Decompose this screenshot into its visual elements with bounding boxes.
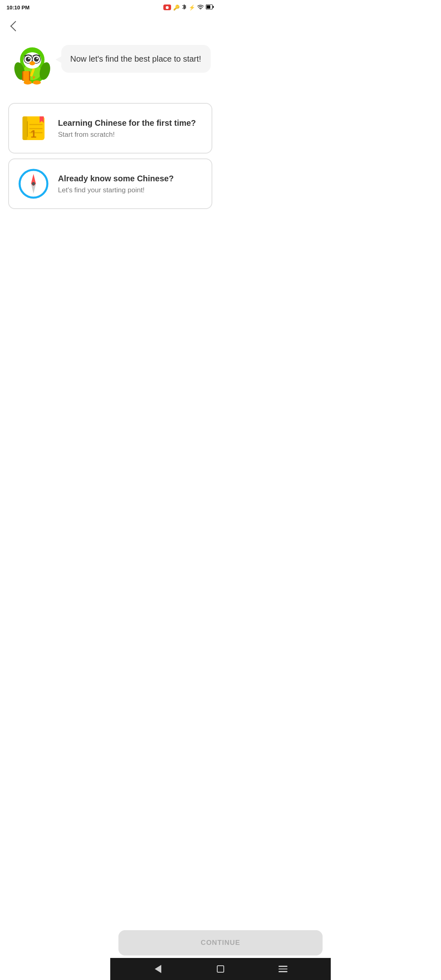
card-title-intermediate: Already know some Chinese? <box>58 173 203 184</box>
notebook-icon: 1 <box>18 112 49 144</box>
key-icon: 🔑 <box>173 4 180 11</box>
battery-icon <box>206 4 214 11</box>
card-subtitle-intermediate: Let's find your starting point! <box>58 186 203 194</box>
speech-bubble: Now let's find the best place to start! <box>61 45 211 73</box>
svg-point-13 <box>36 58 38 59</box>
svg-point-0 <box>200 9 201 9</box>
bluetooth-icon <box>182 4 187 11</box>
svg-point-10 <box>28 58 30 59</box>
option-card-intermediate[interactable]: Already know some Chinese? Let's find yo… <box>8 158 212 209</box>
card-text-beginner: Learning Chinese for the first time? Sta… <box>58 118 203 139</box>
svg-point-22 <box>33 80 41 85</box>
svg-point-14 <box>29 61 35 65</box>
owl-mascot <box>10 42 55 87</box>
back-button[interactable] <box>8 19 23 33</box>
signal-icon: ⚡ <box>189 4 195 11</box>
cards-section: 1 Learning Chinese for the first time? S… <box>0 99 220 213</box>
status-bar: 10:10 PM ⏺ 🔑 ⚡ <box>0 0 220 15</box>
video-record-icon: ⏺ <box>163 4 171 10</box>
wifi-icon <box>197 4 204 11</box>
speech-bubble-text: Now let's find the best place to start! <box>70 54 201 63</box>
compass-icon <box>18 168 49 199</box>
back-arrow-icon <box>10 21 20 31</box>
svg-rect-2 <box>207 5 210 9</box>
svg-rect-24 <box>22 116 27 140</box>
card-title-beginner: Learning Chinese for the first time? <box>58 118 203 128</box>
svg-rect-3 <box>213 6 214 8</box>
svg-point-12 <box>34 57 39 62</box>
status-icons: ⏺ 🔑 ⚡ <box>163 4 214 11</box>
svg-rect-18 <box>23 71 29 81</box>
svg-point-35 <box>32 182 35 185</box>
compass-icon-container <box>17 167 50 200</box>
hero-section: Now let's find the best place to start! <box>0 38 220 99</box>
svg-point-9 <box>26 57 31 62</box>
svg-text:1: 1 <box>31 128 36 140</box>
card-text-intermediate: Already know some Chinese? Let's find yo… <box>58 173 203 194</box>
notebook-icon-container: 1 <box>17 112 50 145</box>
option-card-beginner[interactable]: 1 Learning Chinese for the first time? S… <box>8 103 212 154</box>
status-time: 10:10 PM <box>7 4 29 11</box>
card-subtitle-beginner: Start from scratch! <box>58 131 203 139</box>
svg-point-21 <box>24 80 32 85</box>
owl-svg <box>10 42 55 87</box>
